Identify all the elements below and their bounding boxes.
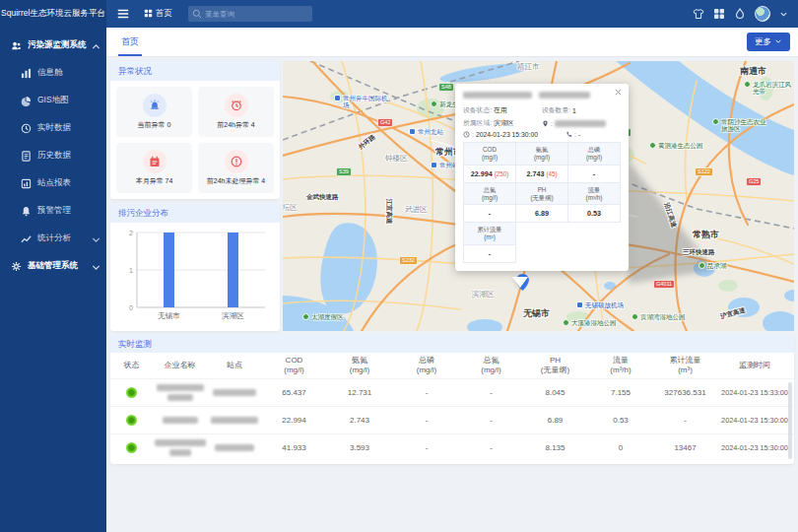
redacted-text bbox=[155, 439, 206, 446]
table-row-0[interactable]: 65.43712.731--8.0457.155327636.5312024-0… bbox=[110, 378, 794, 406]
redacted-text bbox=[211, 417, 258, 424]
bell-icon bbox=[21, 206, 32, 217]
popup-metric-name: 氨氮(mg/l) bbox=[516, 143, 568, 166]
search-icon bbox=[192, 9, 202, 19]
popup-callout-arrow bbox=[512, 277, 528, 288]
map-popup: 设备状态:在用 设备数量:1 所属区域:滨湖区 : : 2024-01-23 1… bbox=[455, 84, 629, 271]
bar-无锡市 bbox=[164, 233, 174, 307]
road-shield: S122 bbox=[695, 167, 713, 176]
popup-metric-name: 总氮(mg/l) bbox=[464, 182, 516, 205]
phone-icon bbox=[565, 131, 572, 138]
table-row-2[interactable]: 41.9333.593--8.1350134672024-01-23 15:30… bbox=[110, 433, 794, 461]
more-button[interactable]: 更多 bbox=[747, 33, 790, 51]
layout-switch-icon[interactable] bbox=[713, 8, 725, 20]
enterprise-name-redacted bbox=[153, 384, 207, 401]
park-marker-icon bbox=[744, 81, 751, 88]
bar-chart: 012无锡市滨湖区 bbox=[117, 225, 273, 327]
stat-card-2[interactable]: 本月异常 74 bbox=[116, 143, 192, 193]
column-header: 总磷(mg/l) bbox=[393, 356, 460, 375]
chevron-down-icon[interactable] bbox=[779, 10, 788, 19]
panel-title-distribution: 排污企业分布 bbox=[110, 203, 280, 223]
column-header: 流量(m³/h) bbox=[588, 356, 653, 375]
gis-map[interactable]: 常州市无锡市南通市常熟市钟楼区武进区滨湖区金坛区靖江市金武快速路三环快速路沪宜高… bbox=[283, 61, 794, 331]
sidebar-item-0-0[interactable]: 信息舱 bbox=[0, 59, 106, 87]
clock-icon bbox=[463, 131, 470, 138]
device-count-value: 1 bbox=[572, 107, 576, 114]
park-marker-icon bbox=[563, 319, 569, 326]
cell-value: - bbox=[653, 416, 717, 425]
status-cell bbox=[110, 442, 153, 453]
status-dot-green bbox=[126, 387, 137, 398]
svg-text:滨湖区: 滨湖区 bbox=[222, 311, 244, 320]
transit-marker-icon bbox=[431, 162, 437, 168]
chevd-icon bbox=[779, 10, 788, 19]
main-area: 首页 更多 异常状况 当前异常 0前24h异常 4本月异常 74前24h未处理异… bbox=[106, 28, 798, 532]
chevu-icon bbox=[91, 41, 101, 52]
cell-value: 22.994 bbox=[262, 416, 326, 425]
road-shield: G4011 bbox=[653, 280, 675, 289]
popup-title-redacted bbox=[463, 91, 621, 100]
sidebar-item-0-4[interactable]: 站点报表 bbox=[0, 169, 106, 197]
popup-metric-value: 0.53 bbox=[568, 205, 621, 223]
cell-value: 65.437 bbox=[262, 388, 326, 397]
sidebar-section-0[interactable]: 污染源监测系统 bbox=[0, 32, 106, 59]
cell-value: 0 bbox=[588, 443, 653, 452]
table-row-1[interactable]: 22.9942.743--6.890.53-2024-01-23 15:30:0… bbox=[110, 406, 794, 433]
stat-card-1[interactable]: 前24h异常 4 bbox=[198, 87, 274, 137]
hamburger-menu-icon[interactable] bbox=[116, 7, 130, 21]
stat-card-3[interactable]: 前24h未处理异常 4 bbox=[198, 143, 274, 193]
popup-metric-value: 2.743 (45) bbox=[516, 165, 568, 182]
calendar-icon bbox=[149, 156, 161, 167]
park-marker-icon bbox=[698, 262, 705, 269]
enterprise-name-redacted bbox=[153, 439, 207, 456]
sidebar-item-0-3[interactable]: 历史数据 bbox=[0, 142, 106, 169]
popup-metric-name: PH(无量纲) bbox=[516, 182, 568, 205]
park-marker-icon bbox=[302, 313, 309, 320]
sidebar-item-0-5[interactable]: 预警管理 bbox=[0, 197, 106, 225]
flame-icon[interactable] bbox=[734, 8, 746, 20]
device-status-label: 设备状态: bbox=[463, 105, 492, 115]
phone-icon bbox=[565, 131, 572, 138]
sidebar-item-0-6[interactable]: 统计分析 bbox=[0, 225, 106, 252]
content-area: 异常状况 当前异常 0前24h异常 4本月异常 74前24h未处理异常 4 排污… bbox=[106, 57, 798, 532]
sidebar-section-1[interactable]: 基础管理系统 bbox=[0, 252, 106, 280]
tab-home[interactable]: 首页 bbox=[118, 28, 142, 56]
sidebar-item-0-1[interactable]: GIS地图 bbox=[0, 87, 106, 114]
stat-card-0[interactable]: 当前异常 0 bbox=[116, 87, 192, 137]
map-poi-park: 昆承湖 bbox=[698, 262, 727, 269]
chevd-icon bbox=[91, 262, 101, 273]
road-shield: S48 bbox=[438, 83, 454, 92]
bars-icon bbox=[21, 68, 32, 79]
cell-value: - bbox=[460, 416, 522, 425]
sidebar-item-0-2[interactable]: 实时数据 bbox=[0, 114, 106, 142]
table-body: 65.43712.731--8.0457.155327636.5312024-0… bbox=[110, 378, 794, 461]
redacted-text bbox=[539, 92, 590, 99]
popup-metric-value: - bbox=[464, 205, 516, 223]
popup-metric-value: 6.89 bbox=[516, 205, 568, 223]
park-marker-icon bbox=[632, 313, 638, 320]
cell-value: 0.53 bbox=[588, 416, 653, 425]
siren-icon bbox=[149, 100, 161, 111]
search-input[interactable] bbox=[188, 6, 312, 22]
table-scrollbar[interactable] bbox=[788, 382, 792, 459]
theme-skin-icon[interactable] bbox=[693, 8, 704, 20]
panel-title-realtime: 实时监测 bbox=[110, 335, 794, 353]
abnormal-status-panel: 异常状况 当前异常 0前24h异常 4本月异常 74前24h未处理异常 4 bbox=[110, 61, 280, 199]
header-actions bbox=[693, 6, 798, 22]
popup-metric-name: 流量(m³/h) bbox=[568, 182, 621, 205]
park-marker-icon bbox=[431, 100, 437, 107]
road-shield: G25 bbox=[746, 177, 762, 186]
cell-value: - bbox=[393, 443, 460, 452]
close-icon[interactable] bbox=[614, 88, 623, 97]
warn-icon bbox=[231, 156, 242, 167]
park-marker-icon bbox=[712, 118, 719, 125]
column-header: 累计流量(m³) bbox=[653, 356, 717, 375]
pin-icon bbox=[542, 120, 549, 127]
chevd-icon bbox=[774, 37, 782, 45]
stat-card-label: 前24h未处理异常 4 bbox=[207, 176, 266, 186]
breadcrumb[interactable]: 首页 bbox=[144, 8, 172, 20]
phone-value: - bbox=[578, 131, 580, 138]
cell-value: - bbox=[393, 388, 460, 397]
popup-metric-value: - bbox=[568, 165, 621, 182]
avatar[interactable] bbox=[755, 6, 770, 22]
